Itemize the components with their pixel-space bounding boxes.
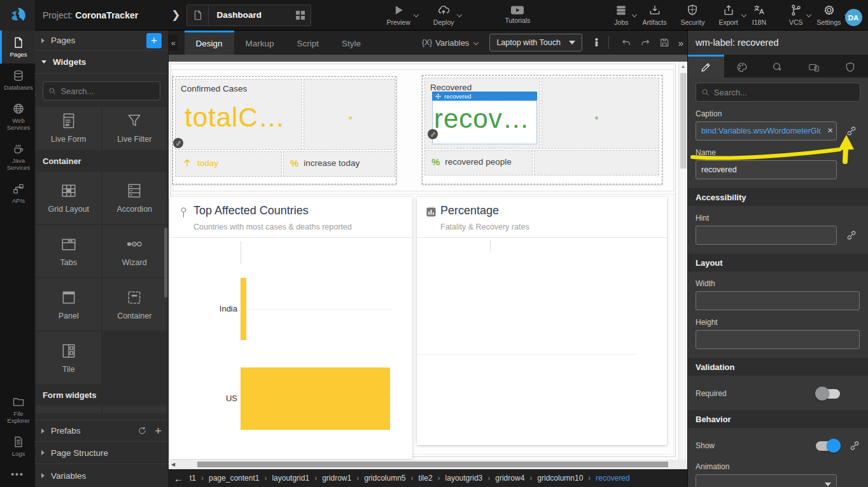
tutorials-button[interactable]: Tutorials: [505, 4, 530, 24]
more-options-icon[interactable]: •••: [592, 38, 601, 47]
variables-section-header[interactable]: Variables: [35, 464, 168, 487]
confirmed-bind-badge[interactable]: [173, 138, 183, 148]
top-affected-countries-card[interactable]: Top Affected Countries Countries with mo…: [170, 197, 412, 459]
preview-button[interactable]: Preview: [386, 4, 410, 26]
user-avatar[interactable]: DA: [845, 9, 862, 26]
hint-input[interactable]: [696, 226, 837, 245]
props-tab-events[interactable]: [760, 55, 796, 78]
tab-markup[interactable]: Markup: [234, 31, 286, 55]
properties-search[interactable]: [696, 83, 860, 102]
clear-binding-icon[interactable]: ×: [827, 125, 833, 135]
vcs-button[interactable]: VCS: [789, 4, 803, 26]
horizontal-scroll-thumb[interactable]: [197, 462, 668, 467]
breadcrumb-item-gridcolumn5[interactable]: gridcolumn5: [364, 474, 405, 483]
security-button[interactable]: Security: [680, 4, 704, 26]
vertical-scroll-thumb[interactable]: [680, 73, 687, 168]
required-toggle[interactable]: [816, 389, 840, 399]
undo-icon[interactable]: [621, 37, 631, 48]
widget-tile-wizard[interactable]: Wizard: [102, 225, 167, 277]
widget-tile-container[interactable]: Container: [102, 278, 167, 331]
rail-more-icon[interactable]: •••: [0, 463, 35, 487]
breadcrumb-item-gridrow4[interactable]: gridrow4: [495, 474, 524, 483]
bar-row-india[interactable]: India: [170, 278, 412, 340]
name-input[interactable]: [696, 160, 837, 179]
recovered-people-region[interactable]: % recovered people: [424, 150, 533, 175]
bind-link-icon[interactable]: [846, 125, 857, 137]
recovered-secondary-region[interactable]: [542, 78, 659, 149]
recovered-people-label[interactable]: recovered people: [445, 157, 511, 167]
confirmed-secondary-region[interactable]: [304, 79, 395, 150]
breadcrumb-item-page_content1[interactable]: page_content1: [209, 474, 259, 483]
artifacts-button[interactable]: Artifacts: [643, 4, 667, 26]
widget-tile-panel[interactable]: Panel: [36, 278, 101, 331]
export-chevron-icon[interactable]: [741, 12, 746, 17]
widget-tile-live-form[interactable]: Live Form: [36, 107, 101, 150]
bar-us[interactable]: [241, 367, 390, 430]
widget-tile-tile[interactable]: Tile: [36, 332, 101, 384]
bar-chart[interactable]: India US: [170, 238, 412, 459]
breadcrumb-item-layoutgrid3[interactable]: layoutgrid3: [445, 474, 483, 483]
canvas-horizontal-scrollbar[interactable]: ◀: [169, 460, 687, 469]
confirmed-today-region[interactable]: today: [175, 151, 282, 177]
canvas-body[interactable]: Confirmed Cases totalC… today % increase…: [169, 62, 687, 460]
recovered-title[interactable]: Recovered: [430, 83, 472, 92]
pages-section-header[interactable]: Pages +: [35, 31, 168, 51]
breadcrumb-item-gridcolumn10[interactable]: gridcolumn10: [537, 474, 583, 483]
pages-grid-icon[interactable]: [295, 10, 305, 20]
rail-item-web-services[interactable]: Web Services: [0, 97, 35, 137]
widget-tile-grid-layout[interactable]: Grid Layout: [36, 172, 101, 224]
widgets-section-header[interactable]: Widgets: [35, 51, 168, 74]
scroll-up-icon[interactable]: ▲: [679, 62, 687, 69]
variables-button[interactable]: {X} Variables: [422, 38, 478, 48]
props-tab-security[interactable]: [832, 55, 868, 78]
collapse-right-panel-button[interactable]: »: [675, 38, 687, 48]
preview-chevron-icon[interactable]: [414, 12, 419, 17]
canvas-vertical-scrollbar[interactable]: ▲: [678, 62, 687, 460]
bind-link-icon[interactable]: [849, 440, 860, 451]
i18n-button[interactable]: I18N: [752, 4, 766, 26]
widget-tile-tabs[interactable]: Tabs: [36, 225, 101, 277]
jobs-chevron-icon[interactable]: [631, 12, 636, 17]
refresh-icon[interactable]: [137, 426, 147, 436]
confirmed-increase-label[interactable]: increase today: [304, 158, 360, 168]
breadcrumb-item-tile2[interactable]: tile2: [419, 474, 433, 483]
confirmed-value-label[interactable]: totalC…: [185, 102, 286, 133]
page-structure-section-header[interactable]: Page Structure: [35, 442, 168, 464]
save-icon[interactable]: [659, 37, 669, 48]
rail-item-pages[interactable]: Pages: [0, 31, 35, 64]
caption-input[interactable]: [696, 121, 837, 141]
widgets-search-input[interactable]: [60, 86, 155, 96]
recovered-value-label[interactable]: recov…: [434, 104, 530, 134]
rail-item-java-services[interactable]: Java Services: [0, 137, 35, 177]
scroll-left-icon[interactable]: ◀: [171, 462, 175, 467]
rail-item-file-explorer[interactable]: File Explorer: [0, 390, 35, 430]
confirmed-cases-widget[interactable]: Confirmed Cases totalC… today % increase…: [172, 76, 396, 184]
tab-design[interactable]: Design: [185, 31, 234, 55]
props-tab-devices[interactable]: [796, 55, 832, 78]
recovered-label-selected[interactable]: recov…: [432, 100, 537, 144]
bind-link-icon[interactable]: [846, 230, 857, 241]
rail-item-logs[interactable]: Logs: [0, 430, 35, 463]
breadcrumb-item-t1[interactable]: t1: [190, 474, 196, 483]
vcs-chevron-icon[interactable]: [806, 12, 811, 17]
props-tab-styles[interactable]: [724, 55, 760, 78]
settings-button[interactable]: Settings: [817, 4, 841, 26]
redo-icon[interactable]: [640, 37, 650, 48]
deploy-button[interactable]: Deploy: [433, 4, 454, 26]
recovered-bind-badge[interactable]: [428, 129, 438, 139]
bar-row-us[interactable]: US: [170, 367, 412, 430]
tab-script[interactable]: Script: [286, 31, 331, 55]
add-prefab-icon[interactable]: +: [155, 424, 162, 438]
confirmed-title[interactable]: Confirmed Cases: [181, 84, 247, 93]
collapse-left-panel-button[interactable]: «: [169, 34, 178, 51]
recovered-widget[interactable]: Recovered recovered recov… % recovered p…: [422, 75, 662, 184]
rail-item-apis[interactable]: APIs: [0, 177, 35, 210]
widget-tile-live-filter[interactable]: Live Filter: [102, 107, 167, 150]
props-tab-properties[interactable]: [688, 55, 724, 78]
device-selector[interactable]: Laptop with Touch: [489, 34, 582, 51]
width-input[interactable]: [696, 291, 860, 310]
show-toggle[interactable]: [816, 441, 840, 451]
percentage-chart-area[interactable]: [417, 238, 667, 445]
bar-india[interactable]: [241, 278, 246, 340]
breadcrumb-item-gridrow1[interactable]: gridrow1: [322, 474, 351, 483]
